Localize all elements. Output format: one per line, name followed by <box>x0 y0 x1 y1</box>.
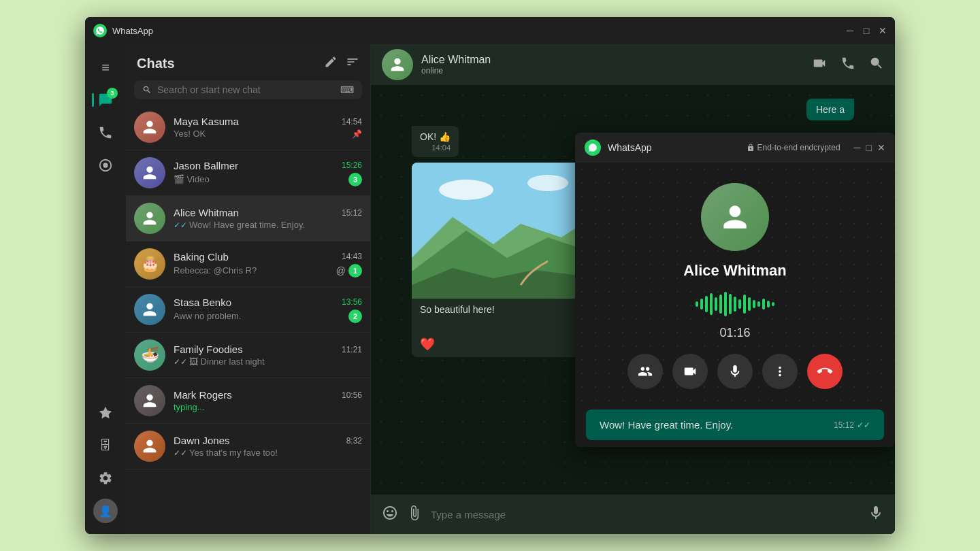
app-logo <box>93 24 107 37</box>
chat-preview: Yes! OK <box>174 129 352 139</box>
call-app-logo <box>585 139 601 156</box>
list-item[interactable]: Stasa Benko 13:56 Aww no problem. 2 <box>126 287 370 333</box>
avatar: 🎂 <box>134 248 165 280</box>
encryption-info: End-to-end endcrypted <box>747 143 840 152</box>
chat-info: Maya Kasuma 14:54 Yes! OK 📌 <box>174 116 362 139</box>
contact-avatar[interactable] <box>382 49 413 80</box>
user-avatar-nav[interactable]: 👤 <box>92 497 119 524</box>
message-input[interactable] <box>431 509 860 520</box>
avatar <box>134 431 165 462</box>
attachment-icon[interactable] <box>406 505 423 524</box>
sidebar: Chats <box>126 44 371 534</box>
call-contact-name: Alice Whitman <box>683 262 787 280</box>
chat-name: Family Foodies <box>174 344 243 355</box>
unread-badge: 2 <box>348 310 362 323</box>
call-minimize-btn[interactable]: ─ <box>854 142 861 153</box>
app-window: WhatsApp ─ □ ✕ ≡ 3 <box>85 17 895 534</box>
avatar <box>134 203 165 234</box>
chat-time: 10:56 <box>342 390 362 400</box>
list-item[interactable]: Alice Whitman 15:12 ✓✓ Wow! Have great t… <box>126 196 370 241</box>
nav-menu[interactable]: ≡ <box>92 54 119 81</box>
chat-time: 15:12 <box>342 208 362 218</box>
message-bubble: OK! 👍 14:04 <box>412 126 459 157</box>
call-close-btn[interactable]: ✕ <box>877 142 885 153</box>
more-options-btn[interactable] <box>762 354 798 389</box>
chat-name: Dawn Jones <box>174 435 230 446</box>
nav-starred[interactable] <box>92 399 119 427</box>
chat-info: Alice Whitman 15:12 ✓✓ Wow! Have great t… <box>174 207 362 230</box>
list-item[interactable]: Jason Ballmer 15:26 🎬 Video 3 <box>126 150 370 196</box>
sidebar-header: Chats <box>126 44 370 78</box>
chat-info: Family Foodies 11:21 ✓✓ 🖼 Dinner last ni… <box>174 344 362 367</box>
new-chat-icon[interactable] <box>324 55 338 72</box>
minimize-btn[interactable]: ─ <box>846 27 854 35</box>
call-titlebar: WhatsApp End-to-end endcrypted ─ □ ✕ <box>575 133 895 163</box>
call-avatar <box>701 183 769 251</box>
close-btn[interactable]: ✕ <box>879 27 887 35</box>
call-message-time: 15:12 ✓✓ <box>834 420 870 430</box>
end-call-btn[interactable] <box>807 354 843 389</box>
titlebar: WhatsApp ─ □ ✕ <box>85 17 895 44</box>
nav-chats[interactable]: 3 <box>92 86 119 114</box>
maximize-btn[interactable]: □ <box>862 27 870 35</box>
chat-header-icons <box>812 56 884 74</box>
voice-message-icon[interactable] <box>868 505 884 524</box>
chat-list: Maya Kasuma 14:54 Yes! OK 📌 <box>126 105 370 534</box>
video-toggle-btn[interactable] <box>672 354 708 389</box>
nav-calls[interactable] <box>92 119 119 146</box>
participants-btn[interactable] <box>627 354 663 389</box>
mute-toggle-btn[interactable] <box>717 354 753 389</box>
list-item[interactable]: 🎂 Baking Club 14:43 Rebecca: @Chris R? @… <box>126 241 370 287</box>
list-item[interactable]: 🍜 Family Foodies 11:21 ✓✓ 🖼 Dinner last … <box>126 333 370 378</box>
call-overlay: WhatsApp End-to-end endcrypted ─ □ ✕ <box>575 133 895 447</box>
chat-name: Maya Kasuma <box>174 116 239 127</box>
avatar <box>134 112 165 143</box>
chat-info: Stasa Benko 13:56 Aww no problem. 2 <box>174 297 362 323</box>
app-title: WhatsApp <box>112 26 846 36</box>
search-bar: ⌨ <box>134 80 362 99</box>
message-text: OK! 👍 <box>420 131 451 142</box>
chat-time: 13:56 <box>342 297 362 307</box>
nav-settings[interactable] <box>92 465 119 492</box>
double-check-icon: ✓✓ <box>857 420 870 430</box>
chat-preview: Rebecca: @Chris R? <box>174 265 336 276</box>
nav-archived[interactable]: 🗄 <box>92 432 119 459</box>
pin-icon: 📌 <box>352 129 362 139</box>
titlebar-controls: ─ □ ✕ <box>846 27 887 35</box>
chat-info: Mark Rogers 10:56 typing... <box>174 389 362 412</box>
call-titlebar-controls: ─ □ ✕ <box>854 142 885 153</box>
nav-status[interactable] <box>92 152 119 179</box>
video-call-icon[interactable] <box>812 56 827 74</box>
chat-preview: typing... <box>174 402 362 412</box>
list-item[interactable]: Maya Kasuma 14:54 Yes! OK 📌 <box>126 105 370 150</box>
list-item[interactable]: Mark Rogers 10:56 typing... <box>126 378 370 424</box>
chat-name: Baking Club <box>174 251 229 263</box>
message-bubble: Here a <box>806 99 854 120</box>
voice-call-icon[interactable] <box>840 56 855 74</box>
search-keyboard-icon: ⌨ <box>340 84 354 95</box>
search-chat-icon[interactable] <box>869 56 884 74</box>
left-nav: ≡ 3 <box>85 44 126 534</box>
call-content: Alice Whitman <box>575 163 895 403</box>
chat-header-info: Alice Whitman online <box>421 54 804 76</box>
chat-name: Jason Ballmer <box>174 160 238 171</box>
chat-preview: Aww no problem. <box>174 311 348 321</box>
chat-name: Alice Whitman <box>174 207 239 218</box>
svg-point-3 <box>439 180 493 200</box>
chat-preview: ✓✓ Yes that's my fave too! <box>174 448 362 458</box>
chat-input-area <box>371 495 895 534</box>
call-message-text: Wow! Have great time. Enjoy. <box>600 419 733 431</box>
call-maximize-btn[interactable]: □ <box>866 142 872 153</box>
call-outgoing-message: Wow! Have great time. Enjoy. 15:12 ✓✓ <box>586 410 884 440</box>
emoji-icon[interactable] <box>382 505 398 524</box>
chat-header: Alice Whitman online <box>371 44 895 85</box>
chat-header-name: Alice Whitman <box>421 54 804 66</box>
list-item[interactable]: Dawn Jones 8:32 ✓✓ Yes that's my fave to… <box>126 424 370 469</box>
search-input[interactable] <box>157 84 335 95</box>
unread-badge: 3 <box>348 173 362 186</box>
filter-icon[interactable] <box>346 55 359 72</box>
avatar: 🍜 <box>134 339 165 371</box>
sidebar-header-icons <box>324 55 359 72</box>
chat-area: Alice Whitman online <box>371 44 895 534</box>
active-indicator <box>92 93 94 107</box>
